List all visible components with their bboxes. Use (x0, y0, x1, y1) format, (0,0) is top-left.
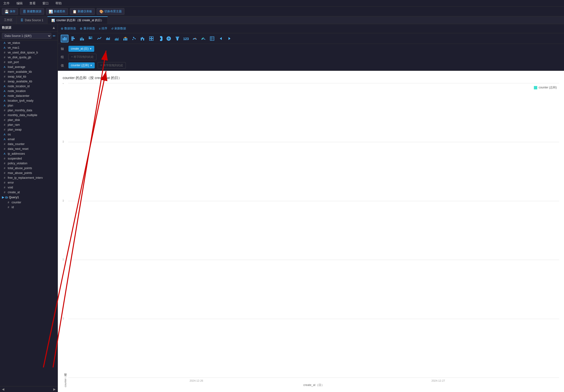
menu-view[interactable]: 查看 (28, 1, 37, 6)
chart-type-table[interactable] (208, 35, 216, 42)
group-placeholder[interactable]: + 将字段拖到此处 (69, 54, 96, 60)
chart-type-grid[interactable] (147, 35, 155, 42)
edit-datasource-icon[interactable]: ✏ (53, 34, 56, 38)
save-button[interactable]: 💾 保存 (2, 8, 18, 15)
menu-file[interactable]: 文件 (2, 1, 11, 6)
chart-type-bar[interactable] (61, 35, 69, 42)
chart-type-number[interactable]: 123 (182, 35, 190, 42)
field-type-icon: A (3, 42, 6, 44)
field-type-icon: A (3, 90, 6, 93)
axis-chip[interactable]: create_at (日) ▼ (69, 46, 94, 52)
chart-type-gauge[interactable] (191, 35, 199, 42)
value-chip[interactable]: counter (总和) ▼ (69, 62, 95, 69)
x-axis-label: 2024-12-26 (75, 379, 317, 382)
sidebar-item-error[interactable]: #error (0, 180, 58, 185)
chart-type-stacked2[interactable] (87, 35, 95, 42)
svg-rect-28 (149, 37, 151, 38)
chart-type-bar2[interactable] (70, 35, 77, 42)
menu-edit[interactable]: 编辑 (15, 1, 24, 6)
theme-button[interactable]: 🎨 切换布景主题 (97, 8, 124, 15)
sidebar-item-swap_available_kb[interactable]: #swap_available_kb (0, 79, 58, 84)
new-datasource-button[interactable]: 🗄 新建数据源 (20, 8, 44, 15)
menu-window[interactable]: 窗口 (41, 1, 50, 6)
sidebar-item-swap_total_kb[interactable]: #swap_total_kb (0, 74, 58, 79)
sidebar-item-monthly_data_multiplie[interactable]: #monthly_data_multiplie (0, 113, 58, 118)
sidebar-item-ve_used_disk_space_b[interactable]: #ve_used_disk_space_b (0, 50, 58, 55)
chart-type-combo[interactable] (122, 35, 129, 42)
sidebar-item-ssh_port[interactable]: #ssh_port (0, 60, 58, 65)
sidebar-item-total_abuse_points[interactable]: #total_abuse_points (0, 166, 58, 171)
svg-rect-3 (71, 37, 74, 38)
sidebar-item-node_datacenter[interactable]: Anode_datacenter (0, 94, 58, 98)
new-dashboard-button[interactable]: 📋 新建仪表板 (70, 8, 95, 15)
sidebar-item-policy_violation[interactable]: #policy_violation (0, 161, 58, 166)
field-type-icon: # (3, 167, 6, 170)
menu-help[interactable]: 帮助 (54, 1, 63, 6)
sidebar-item-suspended[interactable]: #suspended (0, 156, 58, 161)
filter-display-icon: ⚙ (80, 27, 83, 30)
sidebar-item-counter[interactable]: #counter (0, 200, 58, 205)
sidebar-item-plan[interactable]: Aplan (0, 103, 58, 108)
sidebar-item-create_at[interactable]: #create_at (0, 190, 58, 195)
sidebar-item-id[interactable]: #id (0, 205, 58, 210)
sidebar-item-plan_swap[interactable]: #plan_swap (0, 127, 58, 132)
sidebar-item-email[interactable]: Aemail (0, 137, 58, 142)
sidebar-item-data_counter[interactable]: #data_counter (0, 142, 58, 146)
chart-type-gauge2[interactable] (199, 35, 207, 42)
sort-btn[interactable]: ≡ 排序 (99, 27, 107, 31)
sidebar-item-ve_status[interactable]: Ave_status (0, 41, 58, 45)
chart-type-pie[interactable] (156, 35, 164, 42)
sidebar-item-os[interactable]: Aos (0, 132, 58, 137)
sidebar-item-free_ip_replacement_interv[interactable]: #free_ip_replacement_interv (0, 175, 58, 180)
sidebar-item-data_next_reset[interactable]: #data_next_reset (0, 146, 58, 151)
sidebar-item-ve_disk_quota_gb[interactable]: #ve_disk_quota_gb (0, 55, 58, 60)
filter-display-btn[interactable]: ⚙ 显示筛选 (80, 27, 95, 31)
filter-data-btn[interactable]: ⚙ 数据筛选 (61, 27, 76, 31)
sidebar-item-mem_available_kb[interactable]: #mem_available_kb (0, 70, 58, 74)
chart-type-donut[interactable] (165, 35, 173, 42)
sidebar-item-load_average[interactable]: Aload_average (0, 65, 58, 70)
field-name-label: mem_available_kb (8, 70, 32, 73)
svg-rect-6 (80, 39, 81, 41)
sidebar-item-plan_disk[interactable]: #plan_disk (0, 118, 58, 122)
sidebar-group-Query1[interactable]: ▶🗂Query1 (0, 195, 58, 200)
field-type-icon: A (3, 104, 6, 107)
chart-type-nav-next[interactable] (226, 35, 233, 42)
chart-y-label: counter（总和） (63, 83, 68, 387)
tab-bar: 工作区 🗄 Data Source 1 📊 counter 的总和（按 crea… (0, 16, 564, 24)
chart-type-area[interactable] (104, 35, 112, 42)
sidebar-item-node_location[interactable]: Anode_location (0, 89, 58, 94)
svg-rect-1 (64, 37, 65, 41)
field-type-icon: # (3, 70, 6, 73)
sidebar-item-location_ipv6_ready[interactable]: Alocation_ipv6_ready (0, 98, 58, 103)
datasource-dropdown[interactable]: Data Source 1 (实时) (2, 33, 51, 39)
field-type-icon: A (3, 138, 6, 141)
new-chart-button[interactable]: 📊 新建图表 (46, 8, 68, 15)
field-type-icon: # (3, 143, 6, 145)
sidebar-item-max_abuse_points[interactable]: #max_abuse_points (0, 171, 58, 175)
refresh-btn[interactable]: ↺ 刷新数据 (111, 27, 126, 31)
chart-type-stacked[interactable] (78, 35, 86, 42)
field-name-label: free_ip_replacement_interv (8, 176, 43, 180)
chart-type-area2[interactable] (113, 35, 121, 42)
chart-type-funnel[interactable] (173, 35, 181, 42)
tab-datasource[interactable]: 🗄 Data Source 1 (17, 16, 47, 24)
sidebar-scroll-up[interactable]: ▲ (52, 26, 56, 30)
sidebar-item-plan_ram[interactable]: #plan_ram (0, 122, 58, 127)
value-placeholder[interactable]: + 将字段拖到此处 (98, 62, 126, 69)
tab-workspace[interactable]: 工作区 (0, 16, 17, 24)
sidebar-item-ve_mac1[interactable]: Ave_mac1 (0, 45, 58, 50)
chart-type-line[interactable] (96, 35, 103, 42)
scroll-right-btn[interactable]: ▶ (52, 387, 57, 392)
chart-type-waterfall[interactable] (139, 35, 147, 42)
chart-type-nav-prev[interactable] (217, 35, 225, 42)
sidebar-item-void[interactable]: #void (0, 185, 58, 190)
svg-text:123: 123 (183, 37, 189, 41)
sidebar: 数据源 ▲ Data Source 1 (实时) ✏ Ave_statusAve… (0, 24, 58, 392)
sidebar-item-plan_monthly_data[interactable]: #plan_monthly_data (0, 108, 58, 113)
sidebar-item-node_location_id[interactable]: Anode_location_id (0, 84, 58, 89)
tab-chart[interactable]: 📊 counter 的总和（按 create_at 的日） (47, 16, 108, 24)
chart-type-scatter[interactable] (130, 35, 138, 42)
sidebar-item-ip_addresses[interactable]: Aip_addresses (0, 151, 58, 156)
scroll-left-btn[interactable]: ◀ (0, 387, 6, 392)
